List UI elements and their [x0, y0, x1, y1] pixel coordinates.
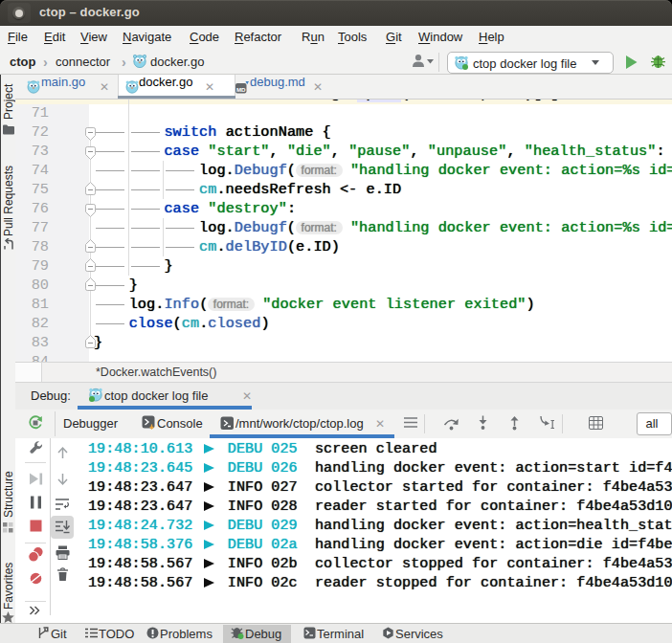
svg-text:MD: MD	[236, 86, 246, 93]
